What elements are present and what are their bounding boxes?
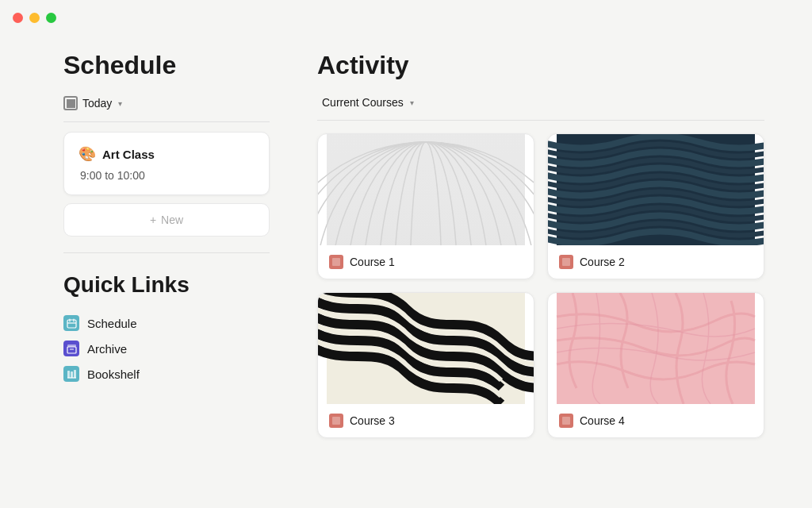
course-card-1[interactable]: Course 1 xyxy=(317,133,534,279)
quick-links-title: Quick Links xyxy=(63,272,270,298)
art-class-card[interactable]: 🎨 Art Class 9:00 to 10:00 xyxy=(63,132,270,195)
schedule-divider xyxy=(63,121,270,122)
quick-link-bookshelf-label: Bookshelf xyxy=(87,368,140,381)
new-button-label: New xyxy=(161,214,183,226)
course-4-thumbnail xyxy=(548,293,764,404)
course-4-icon xyxy=(559,414,573,428)
course-1-icon xyxy=(329,255,343,269)
svg-rect-5 xyxy=(67,344,76,347)
schedule-title: Schedule xyxy=(63,51,270,80)
minimize-button[interactable] xyxy=(29,13,40,23)
activity-filter[interactable]: Current Courses ▾ xyxy=(317,96,764,109)
left-panel: Schedule Today ▾ 🎨 Art Class 9:00 to 10:… xyxy=(63,51,270,492)
quick-link-archive-label: Archive xyxy=(87,342,127,356)
art-class-title-row: 🎨 Art Class xyxy=(79,145,255,163)
quick-link-schedule-label: Schedule xyxy=(87,317,137,330)
course-1-footer: Course 1 xyxy=(318,245,534,279)
course-card-2[interactable]: Course 2 xyxy=(547,133,764,279)
plus-icon: + xyxy=(150,214,156,226)
quick-link-schedule[interactable]: Schedule xyxy=(63,310,270,336)
svg-rect-9 xyxy=(74,370,76,378)
course-1-label: Course 1 xyxy=(350,256,395,268)
close-button[interactable] xyxy=(13,13,23,23)
grid-icon xyxy=(63,96,78,110)
quick-link-bookshelf[interactable]: Bookshelf xyxy=(63,361,270,387)
course-1-thumbnail xyxy=(318,134,534,245)
quick-link-archive[interactable]: Archive xyxy=(63,336,270,361)
new-event-button[interactable]: + New xyxy=(63,203,270,237)
svg-rect-8 xyxy=(71,371,73,378)
art-class-name: Art Class xyxy=(102,148,155,161)
schedule-ql-icon xyxy=(63,315,79,331)
schedule-filter-label: Today xyxy=(82,97,112,110)
svg-rect-7 xyxy=(67,371,70,378)
bookshelf-ql-icon xyxy=(63,366,79,382)
activity-divider xyxy=(317,120,764,121)
maximize-button[interactable] xyxy=(46,13,56,23)
course-2-footer: Course 2 xyxy=(548,245,764,279)
art-class-icon: 🎨 xyxy=(79,145,96,163)
course-3-footer: Course 3 xyxy=(318,404,534,437)
activity-filter-label: Current Courses xyxy=(322,96,404,109)
svg-rect-4 xyxy=(67,347,76,353)
schedule-filter[interactable]: Today ▾ xyxy=(63,96,270,110)
chevron-down-icon: ▾ xyxy=(118,99,122,108)
svg-rect-22 xyxy=(327,134,525,245)
activity-chevron-icon: ▾ xyxy=(410,98,414,107)
archive-ql-icon xyxy=(63,341,79,356)
activity-title: Activity xyxy=(317,51,764,80)
course-2-thumbnail xyxy=(548,134,764,245)
course-3-label: Course 3 xyxy=(350,414,395,427)
course-4-footer: Course 4 xyxy=(548,404,764,437)
course-2-icon xyxy=(559,255,573,269)
svg-rect-0 xyxy=(67,320,76,328)
quick-links-divider xyxy=(63,252,270,253)
main-container: Schedule Today ▾ 🎨 Art Class 9:00 to 10:… xyxy=(0,35,812,508)
titlebar xyxy=(0,0,812,35)
courses-grid: Course 1 xyxy=(317,133,764,438)
course-card-3[interactable]: Course 3 xyxy=(317,292,534,438)
course-3-thumbnail xyxy=(318,293,534,404)
course-4-label: Course 4 xyxy=(580,414,625,427)
art-class-time: 9:00 to 10:00 xyxy=(80,169,255,182)
right-panel: Activity Current Courses ▾ xyxy=(317,51,764,492)
course-2-label: Course 2 xyxy=(580,256,625,268)
course-card-4[interactable]: Course 4 xyxy=(547,292,764,438)
course-3-icon xyxy=(329,414,343,428)
